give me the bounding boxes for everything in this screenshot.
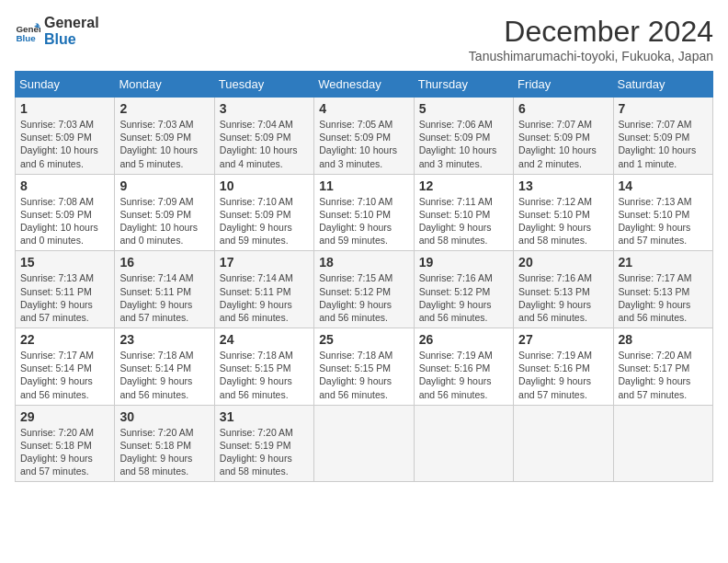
day-info: Sunrise: 7:20 AM Sunset: 5:18 PM Dayligh…	[20, 426, 109, 478]
calendar-body: 1Sunrise: 7:03 AM Sunset: 5:09 PM Daylig…	[16, 98, 713, 482]
day-number: 29	[20, 409, 109, 424]
calendar-cell: 23Sunrise: 7:18 AM Sunset: 5:14 PM Dayli…	[115, 328, 214, 406]
day-info: Sunrise: 7:03 AM Sunset: 5:09 PM Dayligh…	[119, 118, 209, 170]
calendar-cell: 31Sunrise: 7:20 AM Sunset: 5:19 PM Dayli…	[214, 405, 313, 482]
day-number: 31	[220, 409, 309, 424]
calendar-table: SundayMondayTuesdayWednesdayThursdayFrid…	[15, 71, 713, 482]
day-number: 25	[319, 332, 408, 347]
location-subtitle: Tanushimarumachi-toyoki, Fukuoka, Japan	[469, 49, 713, 63]
day-number: 1	[20, 101, 109, 116]
weekday-header-sunday: Sunday	[16, 72, 115, 98]
weekday-header-row: SundayMondayTuesdayWednesdayThursdayFrid…	[16, 72, 713, 98]
svg-text:Blue: Blue	[16, 34, 36, 44]
day-info: Sunrise: 7:12 AM Sunset: 5:10 PM Dayligh…	[518, 195, 608, 247]
day-info: Sunrise: 7:17 AM Sunset: 5:13 PM Dayligh…	[619, 271, 708, 324]
day-info: Sunrise: 7:18 AM Sunset: 5:15 PM Dayligh…	[220, 349, 309, 401]
calendar-cell: 4Sunrise: 7:05 AM Sunset: 5:09 PM Daylig…	[314, 98, 414, 175]
weekday-header-monday: Monday	[115, 72, 214, 98]
day-info: Sunrise: 7:15 AM Sunset: 5:12 PM Dayligh…	[319, 271, 408, 324]
day-info: Sunrise: 7:18 AM Sunset: 5:14 PM Dayligh…	[119, 349, 209, 401]
weekday-header-thursday: Thursday	[414, 72, 513, 98]
page-header: General Blue General Blue December 2024 …	[15, 15, 713, 63]
logo-blue: Blue	[44, 31, 99, 48]
day-info: Sunrise: 7:20 AM Sunset: 5:18 PM Dayligh…	[119, 426, 209, 478]
calendar-cell	[414, 405, 513, 482]
day-info: Sunrise: 7:20 AM Sunset: 5:19 PM Dayligh…	[220, 426, 309, 478]
day-info: Sunrise: 7:16 AM Sunset: 5:13 PM Dayligh…	[518, 271, 608, 324]
day-number: 27	[518, 332, 608, 347]
calendar-cell: 21Sunrise: 7:17 AM Sunset: 5:13 PM Dayli…	[613, 251, 712, 328]
day-number: 20	[518, 255, 608, 270]
calendar-cell: 8Sunrise: 7:08 AM Sunset: 5:09 PM Daylig…	[16, 174, 115, 251]
calendar-cell: 22Sunrise: 7:17 AM Sunset: 5:14 PM Dayli…	[16, 328, 115, 406]
day-number: 23	[119, 332, 209, 347]
calendar-week-2: 8Sunrise: 7:08 AM Sunset: 5:09 PM Daylig…	[16, 174, 713, 251]
day-info: Sunrise: 7:13 AM Sunset: 5:10 PM Dayligh…	[619, 195, 708, 247]
day-info: Sunrise: 7:17 AM Sunset: 5:14 PM Dayligh…	[20, 349, 109, 401]
day-number: 18	[319, 255, 408, 270]
calendar-cell: 16Sunrise: 7:14 AM Sunset: 5:11 PM Dayli…	[115, 251, 214, 328]
day-number: 6	[518, 101, 608, 116]
day-info: Sunrise: 7:20 AM Sunset: 5:17 PM Dayligh…	[619, 349, 708, 401]
calendar-cell	[314, 405, 414, 482]
calendar-cell: 6Sunrise: 7:07 AM Sunset: 5:09 PM Daylig…	[514, 98, 613, 175]
calendar-week-1: 1Sunrise: 7:03 AM Sunset: 5:09 PM Daylig…	[16, 98, 713, 175]
calendar-cell: 12Sunrise: 7:11 AM Sunset: 5:10 PM Dayli…	[414, 174, 513, 251]
day-info: Sunrise: 7:14 AM Sunset: 5:11 PM Dayligh…	[119, 271, 209, 324]
day-number: 7	[619, 101, 708, 116]
calendar-cell: 14Sunrise: 7:13 AM Sunset: 5:10 PM Dayli…	[613, 174, 712, 251]
day-number: 16	[119, 255, 209, 270]
day-number: 9	[119, 178, 209, 193]
calendar-cell: 11Sunrise: 7:10 AM Sunset: 5:10 PM Dayli…	[314, 174, 414, 251]
day-number: 13	[518, 178, 608, 193]
calendar-cell: 7Sunrise: 7:07 AM Sunset: 5:09 PM Daylig…	[613, 98, 712, 175]
calendar-cell: 18Sunrise: 7:15 AM Sunset: 5:12 PM Dayli…	[314, 251, 414, 328]
day-info: Sunrise: 7:10 AM Sunset: 5:10 PM Dayligh…	[319, 195, 408, 247]
day-info: Sunrise: 7:04 AM Sunset: 5:09 PM Dayligh…	[220, 118, 309, 170]
day-info: Sunrise: 7:07 AM Sunset: 5:09 PM Dayligh…	[619, 118, 708, 170]
calendar-cell: 15Sunrise: 7:13 AM Sunset: 5:11 PM Dayli…	[16, 251, 115, 328]
weekday-header-saturday: Saturday	[613, 72, 712, 98]
calendar-cell: 30Sunrise: 7:20 AM Sunset: 5:18 PM Dayli…	[115, 405, 214, 482]
month-title: December 2024	[469, 15, 713, 49]
weekday-header-friday: Friday	[514, 72, 613, 98]
calendar-cell	[613, 405, 712, 482]
calendar-week-3: 15Sunrise: 7:13 AM Sunset: 5:11 PM Dayli…	[16, 251, 713, 328]
calendar-cell: 3Sunrise: 7:04 AM Sunset: 5:09 PM Daylig…	[214, 98, 313, 175]
calendar-cell: 9Sunrise: 7:09 AM Sunset: 5:09 PM Daylig…	[115, 174, 214, 251]
day-number: 12	[419, 178, 508, 193]
day-info: Sunrise: 7:03 AM Sunset: 5:09 PM Dayligh…	[20, 118, 109, 170]
calendar-cell: 13Sunrise: 7:12 AM Sunset: 5:10 PM Dayli…	[514, 174, 613, 251]
day-number: 3	[220, 101, 309, 116]
logo: General Blue General Blue	[15, 15, 99, 49]
day-info: Sunrise: 7:18 AM Sunset: 5:15 PM Dayligh…	[319, 349, 408, 401]
day-number: 4	[319, 101, 408, 116]
logo-icon: General Blue	[15, 18, 40, 44]
day-number: 26	[419, 332, 508, 347]
day-info: Sunrise: 7:11 AM Sunset: 5:10 PM Dayligh…	[419, 195, 508, 247]
day-number: 15	[20, 255, 109, 270]
day-info: Sunrise: 7:06 AM Sunset: 5:09 PM Dayligh…	[419, 118, 508, 170]
day-info: Sunrise: 7:19 AM Sunset: 5:16 PM Dayligh…	[419, 349, 508, 401]
calendar-cell: 19Sunrise: 7:16 AM Sunset: 5:12 PM Dayli…	[414, 251, 513, 328]
day-info: Sunrise: 7:08 AM Sunset: 5:09 PM Dayligh…	[20, 195, 109, 247]
day-number: 28	[619, 332, 708, 347]
calendar-cell: 24Sunrise: 7:18 AM Sunset: 5:15 PM Dayli…	[214, 328, 313, 406]
day-number: 11	[319, 178, 408, 193]
logo-general: General	[44, 15, 99, 31]
day-info: Sunrise: 7:14 AM Sunset: 5:11 PM Dayligh…	[220, 271, 309, 324]
calendar-cell: 20Sunrise: 7:16 AM Sunset: 5:13 PM Dayli…	[514, 251, 613, 328]
calendar-cell	[514, 405, 613, 482]
day-info: Sunrise: 7:19 AM Sunset: 5:16 PM Dayligh…	[518, 349, 608, 401]
day-number: 24	[220, 332, 309, 347]
day-info: Sunrise: 7:07 AM Sunset: 5:09 PM Dayligh…	[518, 118, 608, 170]
calendar-cell: 2Sunrise: 7:03 AM Sunset: 5:09 PM Daylig…	[115, 98, 214, 175]
calendar-cell: 25Sunrise: 7:18 AM Sunset: 5:15 PM Dayli…	[314, 328, 414, 406]
day-info: Sunrise: 7:10 AM Sunset: 5:09 PM Dayligh…	[220, 195, 309, 247]
calendar-week-4: 22Sunrise: 7:17 AM Sunset: 5:14 PM Dayli…	[16, 328, 713, 406]
calendar-cell: 5Sunrise: 7:06 AM Sunset: 5:09 PM Daylig…	[414, 98, 513, 175]
day-info: Sunrise: 7:16 AM Sunset: 5:12 PM Dayligh…	[419, 271, 508, 324]
day-info: Sunrise: 7:09 AM Sunset: 5:09 PM Dayligh…	[119, 195, 209, 247]
day-number: 14	[619, 178, 708, 193]
day-number: 17	[220, 255, 309, 270]
